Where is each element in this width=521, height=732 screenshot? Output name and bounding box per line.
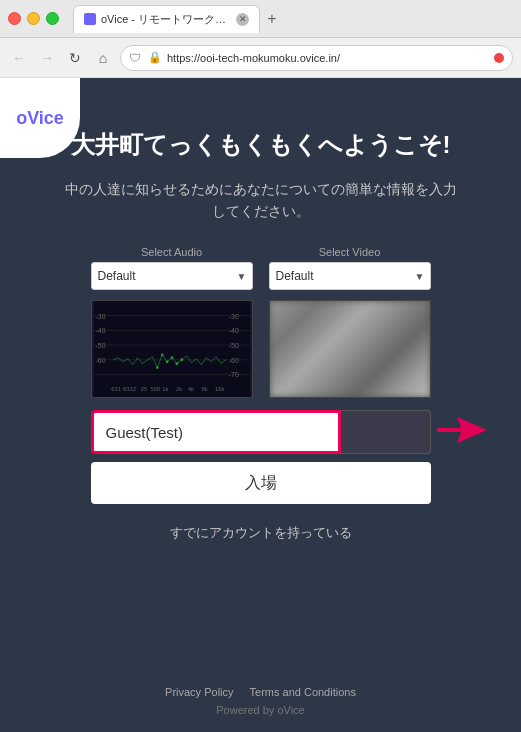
terms-conditions-link[interactable]: Terms and Conditions: [250, 686, 356, 698]
main-content: 大井町てっくもくもくへようこそ! 中の人達に知らせるためにあなたについての簡単な…: [0, 98, 521, 592]
svg-text:16k: 16k: [215, 386, 225, 392]
av-selectors-row: Select Audio Default ▼ Select Video Defa…: [91, 246, 431, 290]
name-input-extension: [341, 410, 431, 454]
svg-point-29: [180, 359, 183, 362]
svg-point-26: [165, 361, 168, 364]
video-label: Select Video: [269, 246, 431, 258]
audio-selector-col: Select Audio Default ▼: [91, 246, 253, 290]
active-tab[interactable]: oVice - リモートワークのための の ✕: [73, 5, 260, 33]
audio-select[interactable]: Default: [91, 262, 253, 290]
name-input[interactable]: [91, 410, 341, 454]
shield-icon: 🛡: [129, 51, 143, 65]
welcome-title: 大井町てっくもくもくへようこそ!: [71, 128, 451, 162]
svg-text:4k: 4k: [187, 386, 193, 392]
home-button[interactable]: ⌂: [92, 47, 114, 69]
tab-favicon: [84, 13, 96, 25]
svg-text:631: 631: [111, 386, 121, 392]
traffic-lights: [8, 12, 59, 25]
svg-text:-50: -50: [95, 342, 105, 349]
svg-text:2k: 2k: [175, 386, 181, 392]
maximize-button[interactable]: [46, 12, 59, 25]
video-selector-col: Select Video Default ▼: [269, 246, 431, 290]
account-link[interactable]: すでにアカウントを持っている: [170, 524, 352, 542]
svg-rect-0: [93, 301, 250, 397]
svg-point-28: [175, 363, 178, 366]
privacy-policy-link[interactable]: Privacy Policy: [165, 686, 233, 698]
back-button[interactable]: ←: [8, 47, 30, 69]
svg-text:1k: 1k: [162, 386, 168, 392]
close-button[interactable]: [8, 12, 21, 25]
visualizer-area: -30 -40 -50 -60 -30 -40 -50 -60 -70 631 …: [91, 300, 431, 398]
audio-label: Select Audio: [91, 246, 253, 258]
svg-text:-60: -60: [228, 357, 238, 364]
svg-text:-60: -60: [95, 357, 105, 364]
enter-button[interactable]: 入場: [91, 462, 431, 504]
svg-text:-30: -30: [95, 313, 105, 320]
new-tab-button[interactable]: +: [260, 7, 284, 31]
refresh-button[interactable]: ↻: [64, 47, 86, 69]
minimize-button[interactable]: [27, 12, 40, 25]
logo-area: oVice: [0, 78, 80, 158]
arrow-indicator: [437, 415, 487, 449]
svg-point-24: [155, 367, 158, 370]
video-select-wrapper: Default ▼: [269, 262, 431, 290]
audio-viz-canvas: -30 -40 -50 -60 -30 -40 -50 -60 -70 631 …: [92, 301, 252, 397]
audio-select-wrapper: Default ▼: [91, 262, 253, 290]
svg-text:-50: -50: [228, 342, 238, 349]
svg-text:-40: -40: [95, 328, 105, 335]
logo-text: oVice: [16, 108, 64, 129]
svg-text:25: 25: [140, 386, 147, 392]
svg-point-27: [170, 357, 173, 360]
url-text: https://ooi-tech-mokumoku.ovice.in/: [167, 52, 489, 64]
svg-marker-30: [437, 417, 487, 443]
svg-text:8k: 8k: [201, 386, 207, 392]
forward-button[interactable]: →: [36, 47, 58, 69]
video-blur-overlay: [270, 301, 430, 397]
tab-area: oVice - リモートワークのための の ✕ +: [73, 5, 513, 33]
svg-text:-70: -70: [228, 372, 238, 379]
audio-visualizer: -30 -40 -50 -60 -30 -40 -50 -60 -70 631 …: [91, 300, 253, 398]
welcome-subtitle: 中の人達に知らせるためにあなたについての簡単な情報を入力してください。: [60, 178, 461, 223]
title-bar: oVice - リモートワークのための の ✕ +: [0, 0, 521, 38]
name-input-row: [91, 410, 431, 454]
svg-text:-30: -30: [228, 313, 238, 320]
svg-text:500: 500: [150, 386, 161, 392]
svg-text:-40: -40: [228, 328, 238, 335]
video-preview: [269, 300, 431, 398]
address-bar: ← → ↻ ⌂ 🛡 🔒 https://ooi-tech-mokumoku.ov…: [0, 38, 521, 78]
page-content: oVice 大井町てっくもくもくへようこそ! 中の人達に知らせるためにあなたにつ…: [0, 78, 521, 732]
tracking-dot-icon: [494, 53, 504, 63]
url-bar[interactable]: 🛡 🔒 https://ooi-tech-mokumoku.ovice.in/: [120, 45, 513, 71]
video-select[interactable]: Default: [269, 262, 431, 290]
svg-text:6312: 6312: [123, 386, 136, 392]
powered-by: Powered by oVice: [216, 704, 304, 716]
svg-point-25: [160, 354, 163, 357]
footer: Privacy Policy Terms and Conditions Powe…: [0, 670, 521, 732]
footer-links: Privacy Policy Terms and Conditions: [165, 686, 356, 698]
tab-close-icon[interactable]: ✕: [236, 13, 249, 26]
tab-title: oVice - リモートワークのための の: [101, 12, 231, 27]
lock-icon: 🔒: [148, 51, 162, 64]
